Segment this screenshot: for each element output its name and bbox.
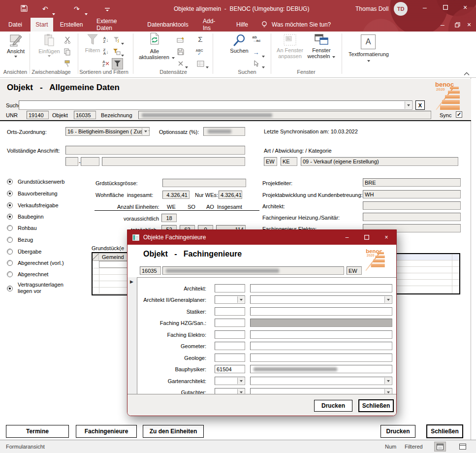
- lightbulb-icon[interactable]: [261, 21, 268, 31]
- suchen-button[interactable]: Suchen: [227, 33, 251, 54]
- geometer-name-field[interactable]: [250, 342, 392, 350]
- gartenarchitekt-code-combo[interactable]: [215, 377, 245, 385]
- radio-abgerechnet[interactable]: [7, 271, 13, 277]
- cut-icon[interactable]: [63, 35, 72, 44]
- faching-hzg-code-field[interactable]: [215, 319, 245, 327]
- ort-field[interactable]: [102, 157, 245, 166]
- faching-elektro-code-field[interactable]: [215, 330, 245, 339]
- unr-field[interactable]: 19140: [27, 111, 49, 119]
- objekt-field[interactable]: 16035: [74, 111, 96, 119]
- selection-filter-chevron-icon[interactable]: [121, 38, 124, 47]
- nur-wes-field[interactable]: 4.326,41: [219, 191, 242, 199]
- redo-chevron-icon[interactable]: [85, 8, 88, 17]
- termine-button[interactable]: Termine: [6, 425, 69, 438]
- wohnflaeche-field[interactable]: 4.326,41: [162, 191, 190, 199]
- remove-sort-icon[interactable]: AZ: [101, 59, 110, 68]
- projektleiter-field[interactable]: BRE: [363, 178, 461, 187]
- tab-erstellen[interactable]: Erstellen: [57, 18, 86, 32]
- fachingenieure-button[interactable]: Fachingenieure: [76, 425, 137, 438]
- architekt-code-field[interactable]: [215, 284, 245, 292]
- statiker-code-field[interactable]: [215, 307, 245, 316]
- bauphysiker-code-field[interactable]: 61504: [215, 365, 245, 373]
- spelling-icon[interactable]: ABC✓: [195, 47, 204, 56]
- optionssatz-field[interactable]: [203, 127, 245, 136]
- geologe-name-field[interactable]: [250, 354, 392, 362]
- architekt-name-field[interactable]: [250, 284, 392, 292]
- goto-icon[interactable]: →: [252, 48, 260, 57]
- anschrift-field[interactable]: [65, 146, 245, 155]
- dialog-schliessen-button[interactable]: Schließen: [358, 399, 394, 412]
- bauphysiker-name-field[interactable]: [250, 365, 392, 373]
- combo-arrow-icon[interactable]: [384, 378, 391, 384]
- tab-start[interactable]: Start: [31, 18, 53, 32]
- textformat-icon[interactable]: A: [361, 34, 376, 49]
- clear-search-button[interactable]: X: [415, 100, 425, 110]
- plz-prefix-field[interactable]: [65, 157, 78, 166]
- redo-icon[interactable]: ↷: [74, 5, 80, 13]
- orts-combo-arrow-icon[interactable]: [142, 128, 149, 135]
- faching-hzg-field[interactable]: [363, 213, 461, 221]
- dialog-minimize-button[interactable]: –: [337, 230, 357, 245]
- grdstuecksgroesse-field[interactable]: [162, 179, 246, 187]
- kategorie-field[interactable]: 09 - Verkauf (eigene Erstellung): [301, 157, 458, 166]
- statiker-name-field[interactable]: [250, 307, 392, 316]
- faching-hzg-name-field[interactable]: [250, 319, 392, 327]
- suche-combo[interactable]: [19, 100, 413, 110]
- tab-datenbanktools[interactable]: Datenbanktools: [144, 18, 192, 32]
- close-button[interactable]: ×: [458, 1, 473, 14]
- new-record-icon[interactable]: [176, 35, 185, 44]
- radio-bezug[interactable]: [7, 237, 13, 243]
- collapse-ribbon-icon[interactable]: [464, 69, 470, 78]
- bezeichnung-field[interactable]: [138, 111, 431, 119]
- dialog-bezeichnung-field[interactable]: [162, 266, 344, 275]
- gartenarchitekt-name-combo[interactable]: [250, 377, 392, 385]
- zu-den-einheiten-button[interactable]: Zu den Einheiten: [143, 425, 204, 438]
- dialog-objekt-field[interactable]: 16035: [140, 266, 161, 275]
- avatar[interactable]: TD: [394, 2, 408, 16]
- drucken-button[interactable]: Drucken: [381, 425, 415, 438]
- sync-checkbox[interactable]: ✓: [456, 111, 462, 118]
- format-painter-icon[interactable]: [63, 59, 72, 68]
- radio-bauvorbereitung[interactable]: [7, 191, 13, 196]
- radio-rohbau[interactable]: [7, 225, 13, 231]
- plz-field[interactable]: [81, 157, 99, 166]
- architekt2-code-combo[interactable]: [215, 295, 245, 304]
- more-records-icon[interactable]: [196, 59, 205, 68]
- an-fenster-anpassen-button[interactable]: An Fenster anpassen: [275, 33, 305, 59]
- save-icon[interactable]: [21, 5, 28, 14]
- dialog-maximize-button[interactable]: [357, 230, 377, 245]
- mdi-close-button[interactable]: ×: [462, 18, 476, 32]
- replace-icon[interactable]: ab→ac: [252, 34, 261, 43]
- fenster-wechseln-button[interactable]: Fenster wechseln: [306, 33, 337, 59]
- schliessen-button[interactable]: Schließen: [426, 424, 463, 438]
- datasheet-view-button[interactable]: [457, 442, 469, 452]
- dialog-drucken-button[interactable]: Drucken: [314, 400, 352, 412]
- einheiten-table[interactable]: [392, 253, 460, 294]
- architekt2-name-combo[interactable]: [250, 295, 392, 304]
- customize-quick-access-icon[interactable]: [104, 6, 110, 15]
- copy-icon[interactable]: [63, 47, 72, 56]
- tab-hilfe[interactable]: Hilfe: [231, 18, 253, 32]
- suche-combo-arrow-icon[interactable]: [405, 101, 412, 109]
- faching-elektro-name-field[interactable]: [250, 330, 392, 339]
- radio-vertragsunterlagen[interactable]: [7, 286, 13, 291]
- geologe-code-field[interactable]: [215, 354, 245, 362]
- maximize-button[interactable]: [438, 1, 453, 14]
- abwicklung-field[interactable]: KE: [281, 157, 297, 166]
- filtern-button[interactable]: Filtern: [82, 33, 103, 53]
- radio-grundstueckserwerb[interactable]: [7, 179, 13, 185]
- einfuegen-button[interactable]: Einfügen: [36, 33, 62, 57]
- minimize-button[interactable]: –: [417, 1, 432, 14]
- advanced-filter-icon[interactable]: [112, 47, 121, 56]
- sort-descending-icon[interactable]: ZA↓: [101, 47, 110, 56]
- dialog-close-button[interactable]: ×: [377, 230, 396, 245]
- form-view-button[interactable]: [434, 442, 446, 452]
- projektabwicklung-field[interactable]: WH: [363, 190, 461, 198]
- dialog-art-field[interactable]: EW: [347, 266, 362, 275]
- advanced-filter-chevron-icon[interactable]: [121, 50, 124, 59]
- delete-record-icon[interactable]: [176, 59, 185, 68]
- selection-filter-icon[interactable]: [112, 35, 121, 44]
- filtered-indicator[interactable]: Filtered: [405, 444, 423, 450]
- record-selector[interactable]: ▶: [127, 277, 137, 395]
- radio-verkaufsfreigabe[interactable]: [7, 202, 13, 208]
